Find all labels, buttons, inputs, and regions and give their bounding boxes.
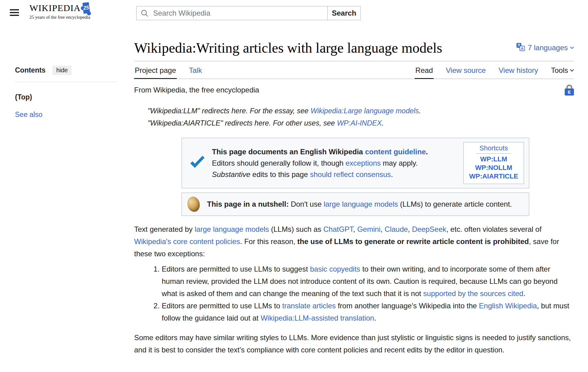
site-subtitle: From Wikipedia, the free encyclopedia — [134, 86, 259, 94]
subtitle-row: From Wikipedia, the free encyclopedia E — [134, 85, 574, 96]
inline-link[interactable]: Wikipedia's core content policies — [134, 237, 240, 246]
view-tabs: Read View source View history Tools — [415, 61, 574, 79]
shortcut-links: WP:LLM WP:NOLLM WP:AIARTICLE — [466, 155, 521, 181]
contents-header: Contents hide — [15, 66, 116, 75]
main-layout: Contents hide (Top) See also Wikipedia:W… — [0, 29, 588, 356]
inline-link[interactable]: should reflect consensus — [310, 170, 391, 178]
sidebar-divider — [15, 82, 116, 82]
article-content: Wikipedia:Writing articles with large la… — [134, 29, 574, 356]
logo-tagline: 25 years of the free encyclopedia — [29, 15, 89, 20]
inline-link[interactable]: DeepSeek — [412, 225, 446, 233]
tab-talk[interactable]: Talk — [188, 61, 203, 79]
inline-link[interactable]: ChatGPT — [323, 225, 353, 233]
exception-item-copyedits: Editors are permitted to use LLMs to sug… — [162, 263, 574, 300]
menu-icon[interactable] — [9, 8, 20, 18]
exception-item-translation: Editors are permitted to use LLMs to tra… — [162, 300, 574, 324]
checkmark-icon — [187, 153, 207, 172]
logo-wordmark: WIKIPEDIA — [29, 3, 81, 13]
search-button[interactable]: Search — [328, 6, 361, 20]
tab-view-source[interactable]: View source — [445, 61, 486, 79]
search-bar: Search — [136, 6, 361, 20]
contents-title: Contents — [15, 66, 46, 74]
guideline-notice-box: This page documents an English Wikipedia… — [182, 138, 529, 188]
tab-read[interactable]: Read — [415, 61, 433, 79]
lock-body: E — [565, 88, 574, 96]
guideline-text: This page documents an English Wikipedia… — [212, 146, 458, 180]
inline-link[interactable]: English Wikipedia — [479, 302, 537, 310]
lock-shackle — [566, 85, 572, 88]
inline-link[interactable]: exceptions — [345, 159, 381, 167]
inline-link[interactable]: content guideline — [365, 148, 426, 156]
shortcut-link-wp-aiarticle[interactable]: WP:AIARTICLE — [466, 172, 521, 181]
closing-paragraph: Some editors may have similar writing st… — [134, 332, 574, 356]
guideline-line: This page documents an English Wikipedia… — [212, 146, 458, 157]
inline-link[interactable]: translate articles — [282, 302, 336, 310]
toc-item-see-also[interactable]: See also — [15, 111, 116, 119]
page-title: Wikipedia:Writing articles with large la… — [134, 40, 442, 56]
namespace-tabs: Project page Talk — [134, 61, 214, 79]
shortcuts-title-link[interactable]: Shortcuts — [477, 144, 511, 154]
inline-link[interactable]: Claude — [385, 225, 408, 233]
intro-paragraph: Text generated by large language models … — [134, 223, 574, 260]
inline-link[interactable]: basic copyedits — [310, 265, 360, 273]
title-row: Wikipedia:Writing articles with large la… — [134, 29, 574, 61]
inline-link[interactable]: supported by the sources cited — [423, 289, 523, 298]
language-icon: A — [516, 43, 525, 53]
puzzle-badge-icon: 25 — [82, 2, 90, 14]
shortcuts-box: Shortcuts WP:LLM WP:NOLLM WP:AIARTICLE — [463, 142, 524, 184]
shortcut-link-wp-nollm[interactable]: WP:NOLLM — [466, 163, 521, 172]
svg-text:A: A — [521, 46, 524, 51]
inline-link[interactable]: Wikipedia:Large language models — [311, 107, 419, 115]
languages-button[interactable]: A 7 languages — [516, 43, 574, 56]
contents-sidebar: Contents hide (Top) See also — [15, 29, 116, 356]
nutshell-text: This page in a nutshell: Don't use large… — [207, 198, 512, 210]
tab-view-history[interactable]: View history — [498, 61, 539, 79]
wikipedia-page: WIKIPEDIA 25 25 years of the free encycl… — [0, 0, 588, 356]
tab-project-page[interactable]: Project page — [134, 61, 177, 79]
inline-link[interactable]: WP:AI-INDEX — [337, 119, 382, 127]
hatnotes: "Wikipedia:LLM" redirects here. For the … — [148, 105, 574, 129]
inline-link[interactable]: large language models — [194, 225, 269, 233]
guideline-line: Editors should generally follow it, thou… — [212, 157, 458, 169]
guideline-line: Substantive edits to this page should re… — [212, 169, 458, 180]
tab-tools[interactable]: Tools — [550, 61, 574, 79]
exceptions-list: Editors are permitted to use LLMs to sug… — [134, 263, 574, 324]
contents-hide-button[interactable]: hide — [52, 66, 72, 75]
shortcut-link-wp-llm[interactable]: WP:LLM — [466, 155, 521, 163]
wikipedia-logo[interactable]: WIKIPEDIA 25 25 years of the free encycl… — [29, 2, 89, 20]
header: WIKIPEDIA 25 25 years of the free encycl… — [0, 0, 588, 29]
nutshell-box: This page in a nutshell: Don't use large… — [182, 193, 529, 216]
search-input[interactable] — [136, 6, 328, 20]
chevron-down-icon — [570, 68, 574, 72]
toc-item-top[interactable]: (Top) — [15, 93, 116, 101]
extended-protection-lock-icon[interactable]: E — [565, 85, 574, 96]
inline-link[interactable]: Gemini — [357, 225, 380, 233]
hatnote-aiarticle: "Wikipedia:AIARTICLE" redirects here. Fo… — [148, 117, 574, 129]
inline-link[interactable]: Wikipedia:LLM-assisted translation — [261, 314, 374, 322]
tab-bar: Project page Talk Read View source View … — [134, 61, 574, 79]
hatnote-llm: "Wikipedia:LLM" redirects here. For the … — [148, 105, 574, 117]
chevron-down-icon — [570, 45, 574, 49]
languages-label: 7 languages — [528, 43, 568, 52]
inline-link[interactable]: large language models — [324, 200, 398, 208]
logo-wordmark-row: WIKIPEDIA 25 — [29, 2, 89, 13]
nutshell-icon — [186, 195, 202, 213]
